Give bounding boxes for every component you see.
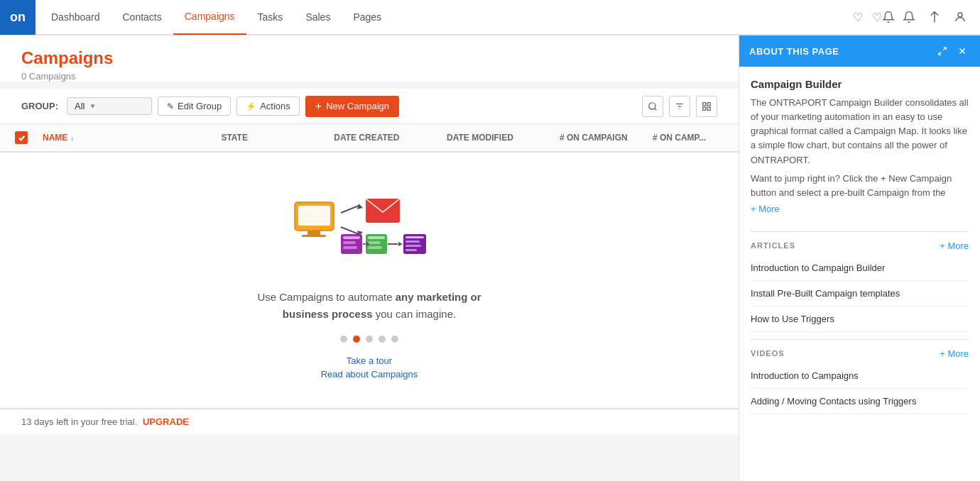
panel-close-icon[interactable] — [954, 43, 970, 59]
nav-links: Dashboard Contacts Campaigns Tasks Sales… — [36, 0, 846, 35]
logo[interactable]: on — [0, 0, 36, 35]
svg-marker-15 — [357, 204, 363, 209]
svg-rect-12 — [307, 231, 320, 235]
group-select[interactable]: All ▼ — [67, 97, 152, 115]
footer: 13 days left in your free trial. UPGRADE — [0, 409, 739, 434]
panel-expand-icon[interactable] — [935, 43, 950, 59]
empty-state: Use Campaigns to automate any marketing … — [0, 153, 739, 408]
th-date-modified[interactable]: DATE MODIFIED — [440, 124, 552, 151]
articles-section-header: ARTICLES + More — [751, 240, 969, 251]
new-campaign-button[interactable]: + New Campaign — [305, 96, 399, 117]
svg-line-2 — [655, 108, 657, 110]
svg-rect-11 — [298, 206, 330, 226]
edit-group-button[interactable]: ✎ Edit Group — [158, 96, 231, 116]
dot-1[interactable] — [340, 336, 347, 343]
nav-pages[interactable]: Pages — [342, 0, 393, 35]
svg-point-1 — [649, 102, 655, 109]
user-icon[interactable] — [949, 6, 971, 28]
article-item-1[interactable]: Introduction to Campaign Builder — [751, 255, 969, 281]
group-label: GROUP: — [21, 101, 58, 111]
svg-rect-34 — [405, 245, 421, 247]
panel-divider-1 — [751, 231, 969, 232]
panel-more-link[interactable]: + More — [751, 204, 780, 214]
svg-line-14 — [341, 206, 359, 213]
heart-icon[interactable]: ♡ — [846, 6, 869, 28]
dot-5[interactable] — [391, 336, 398, 343]
svg-rect-33 — [405, 240, 420, 243]
svg-rect-32 — [405, 236, 424, 238]
articles-more-link[interactable]: + More — [940, 240, 969, 251]
dot-3[interactable] — [366, 336, 373, 343]
dot-4[interactable] — [379, 336, 386, 343]
trial-text: 13 days left in your free trial. — [21, 416, 137, 427]
table-container: NAME ↓ STATE DATE CREATED DATE MODIFIED … — [0, 124, 739, 409]
svg-rect-22 — [343, 246, 357, 249]
panel-section-title: Campaign Builder — [751, 78, 969, 90]
svg-rect-26 — [368, 246, 382, 249]
nav-sales[interactable]: Sales — [294, 0, 342, 35]
side-panel: ABOUT THIS PAGE Campaign Builder The ONT… — [739, 35, 980, 434]
side-panel-body: Campaign Builder The ONTRAPORT Campaign … — [739, 67, 980, 434]
bell-icon[interactable]: ♡ — [872, 6, 895, 28]
empty-links: Take a tour Read about Campaigns — [321, 355, 418, 380]
svg-rect-8 — [703, 107, 706, 110]
sort-icon: ↓ — [70, 134, 74, 142]
panel-divider-2 — [751, 339, 969, 340]
article-item-2[interactable]: Install Pre-Built Campaign templates — [751, 281, 969, 306]
filter-button[interactable] — [669, 96, 690, 117]
take-tour-link[interactable]: Take a tour — [347, 355, 392, 366]
group-value: All — [75, 101, 85, 111]
video-item-2[interactable]: Adding / Moving Contacts using Triggers — [751, 389, 969, 414]
video-item-1[interactable]: Introduction to Campaigns — [751, 363, 969, 389]
dot-2[interactable] — [353, 336, 360, 343]
flash-icon: ⚡ — [246, 101, 256, 111]
svg-rect-21 — [343, 241, 356, 244]
search-button[interactable] — [642, 96, 663, 117]
svg-line-17 — [341, 227, 359, 234]
nav-tasks[interactable]: Tasks — [246, 0, 295, 35]
toolbar: GROUP: All ▼ ✎ Edit Group ⚡ Actions + Ne… — [0, 89, 739, 124]
svg-rect-25 — [368, 241, 381, 244]
actions-button[interactable]: ⚡ Actions — [236, 96, 300, 116]
pin-icon[interactable] — [923, 6, 946, 28]
panel-description-2: Want to jump right in? Click the + New C… — [751, 172, 969, 200]
videos-more-link[interactable]: + More — [940, 348, 969, 359]
panel-header-label: ABOUT THIS PAGE — [749, 46, 839, 57]
svg-rect-35 — [405, 249, 417, 251]
videos-section-header: VIDEOS + More — [751, 348, 969, 359]
check-box-checked[interactable] — [15, 131, 28, 144]
svg-rect-24 — [368, 236, 385, 239]
th-name[interactable]: NAME ↓ — [36, 124, 214, 151]
top-nav-icons: ♡ ♡ — [846, 6, 980, 28]
header-checkbox[interactable] — [7, 124, 36, 151]
svg-rect-6 — [703, 102, 706, 105]
articles-label: ARTICLES — [751, 241, 795, 250]
read-about-link[interactable]: Read about Campaigns — [321, 369, 418, 380]
notification-icon[interactable] — [898, 6, 920, 28]
grid-view-button[interactable] — [696, 96, 717, 117]
svg-rect-7 — [707, 102, 710, 105]
panel-header-icons — [935, 43, 970, 59]
campaign-count: 0 Campaigns — [21, 71, 717, 82]
svg-rect-20 — [343, 236, 360, 239]
nav-contacts[interactable]: Contacts — [111, 0, 173, 35]
plus-icon: + — [315, 100, 322, 113]
th-on-camp2[interactable]: # ON CAMP... — [646, 124, 739, 151]
nav-campaigns[interactable]: Campaigns — [173, 0, 246, 35]
th-on-campaign[interactable]: # ON CAMPAIGN — [552, 124, 646, 151]
empty-text: Use Campaigns to automate any marketing … — [256, 289, 483, 323]
svg-rect-13 — [302, 235, 326, 237]
panel-description-1: The ONTRAPORT Campaign Builder consolida… — [751, 96, 969, 167]
th-date-created[interactable]: DATE CREATED — [327, 124, 440, 151]
carousel-dots — [340, 336, 398, 343]
chevron-down-icon: ▼ — [89, 102, 96, 110]
th-state[interactable]: STATE — [214, 124, 327, 151]
nav-dashboard[interactable]: Dashboard — [40, 0, 111, 35]
illustration — [288, 188, 451, 272]
videos-label: VIDEOS — [751, 349, 785, 358]
upgrade-link[interactable]: UPGRADE — [143, 416, 189, 427]
article-item-3[interactable]: How to Use Triggers — [751, 306, 969, 332]
side-panel-header: ABOUT THIS PAGE — [739, 35, 980, 67]
page-title: Campaigns — [21, 48, 717, 68]
svg-marker-30 — [398, 242, 403, 246]
